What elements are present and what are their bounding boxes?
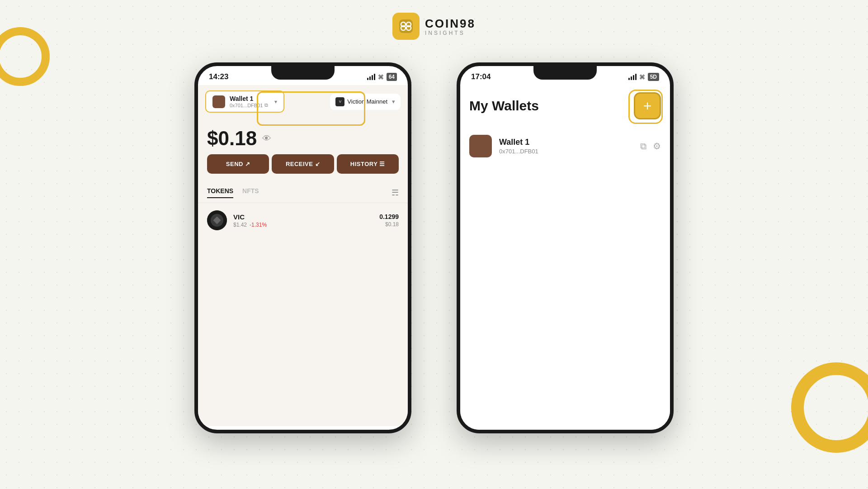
tab-tokens[interactable]: TOKENS — [207, 187, 233, 198]
balance-amount: $0.18 — [207, 127, 257, 150]
wallet-list-actions: ⧉ ⚙ — [640, 141, 661, 152]
wifi-icon: ⌘ — [378, 74, 384, 81]
phone-2-status-icons: ⌘ 5D — [628, 73, 659, 81]
chevron-down-icon: ▾ — [274, 99, 277, 105]
token-value: $0.18 — [379, 221, 399, 228]
logo-text: COIN98 INSIGHTS — [425, 17, 476, 36]
gold-circle-right-decoration — [791, 362, 868, 453]
brand-sub: INSIGHTS — [425, 30, 476, 36]
wallet-header: Wallet 1 0x701...DFB01 ⧉ ▾ V Viction Mai… — [198, 85, 408, 118]
wallet-list-name: Wallet 1 — [499, 138, 633, 147]
copy-wallet-icon[interactable]: ⧉ — [640, 141, 646, 152]
token-vic-balance: 0.1299 $0.18 — [379, 213, 399, 228]
wallet-list-item[interactable]: Wallet 1 0x701...DFB01 ⧉ ⚙ — [460, 127, 670, 166]
network-chevron-icon: ▾ — [392, 98, 395, 105]
wallet-color-indicator — [212, 95, 225, 108]
action-buttons: SEND ↗ RECEIVE ↙ HISTORY ☰ — [198, 154, 408, 183]
filter-icon[interactable]: ☴ — [392, 188, 399, 198]
network-selector[interactable]: V Viction Mainnet ▾ — [330, 94, 401, 110]
header: COIN98 INSIGHTS — [392, 13, 476, 40]
my-wallets-title: My Wallets — [469, 98, 539, 114]
token-item-vic[interactable]: VIC $1.42 -1.31% 0.1299 $0.18 — [198, 203, 408, 237]
token-change: -1.31% — [250, 222, 267, 228]
my-wallets-header: My Wallets + — [460, 85, 670, 127]
eye-icon[interactable]: 👁 — [262, 133, 271, 144]
token-amount: 0.1299 — [379, 213, 399, 220]
phone-1-status-icons: ⌘ 64 — [367, 73, 397, 81]
token-name: VIC — [233, 213, 373, 221]
phone-1: 14:23 ⌘ 64 Wallet 1 0x701...DFB01 — [194, 62, 411, 433]
battery-icon-2: 5D — [648, 73, 659, 81]
history-button[interactable]: HISTORY ☰ — [337, 154, 399, 174]
wallet-address-text: 0x701...DFB01 — [230, 103, 263, 108]
send-button[interactable]: SEND ↗ — [207, 154, 269, 174]
my-wallets-screen: My Wallets + Wallet 1 0x701...DFB01 ⧉ ⚙ — [460, 85, 670, 433]
balance-section: $0.18 👁 — [198, 118, 408, 154]
copy-icon[interactable]: ⧉ — [264, 102, 268, 108]
battery-icon: 64 — [387, 73, 397, 81]
gold-circle-left-decoration — [0, 27, 50, 86]
signal-icon — [367, 74, 375, 80]
phones-container: 14:23 ⌘ 64 Wallet 1 0x701...DFB01 — [194, 62, 674, 433]
phone-1-screen: Wallet 1 0x701...DFB01 ⧉ ▾ V Viction Mai… — [198, 85, 408, 426]
wallet-info: Wallet 1 0x701...DFB01 ⧉ — [230, 95, 268, 108]
network-name: Viction Mainnet — [347, 98, 387, 105]
tokens-tabs: TOKENS NFTS — [207, 187, 259, 198]
receive-button[interactable]: RECEIVE ↙ — [272, 154, 334, 174]
logo-icon — [392, 13, 420, 40]
network-icon: V — [335, 97, 344, 106]
phone-2: 17:04 ⌘ 5D My Wallets + Wallet 1 0x701..… — [457, 62, 674, 433]
wallet-list-color-icon — [469, 135, 492, 157]
vic-token-icon — [207, 210, 227, 230]
wallet-selector[interactable]: Wallet 1 0x701...DFB01 ⧉ ▾ — [205, 90, 284, 113]
wallet-list-info: Wallet 1 0x701...DFB01 — [499, 138, 633, 155]
wallet-address-row: 0x701...DFB01 ⧉ — [230, 102, 268, 108]
settings-wallet-icon[interactable]: ⚙ — [653, 141, 661, 152]
token-vic-info: VIC $1.42 -1.31% — [233, 213, 373, 228]
phone-1-notch — [271, 66, 335, 80]
wifi-icon-2: ⌘ — [639, 74, 645, 81]
signal-icon-2 — [628, 74, 637, 80]
phone-1-time: 14:23 — [209, 72, 228, 81]
tab-nfts[interactable]: NFTS — [242, 187, 259, 198]
wallet-list-address: 0x701...DFB01 — [499, 148, 633, 155]
phone-2-time: 17:04 — [471, 72, 491, 81]
phone-2-notch — [533, 66, 597, 80]
wallet-name: Wallet 1 — [230, 95, 268, 102]
token-price-row: $1.42 -1.31% — [233, 222, 373, 228]
token-price: $1.42 — [233, 222, 247, 228]
brand-name: COIN98 — [425, 17, 476, 31]
add-wallet-button[interactable]: + — [634, 92, 661, 119]
tokens-tabs-header: TOKENS NFTS ☴ — [198, 183, 408, 203]
